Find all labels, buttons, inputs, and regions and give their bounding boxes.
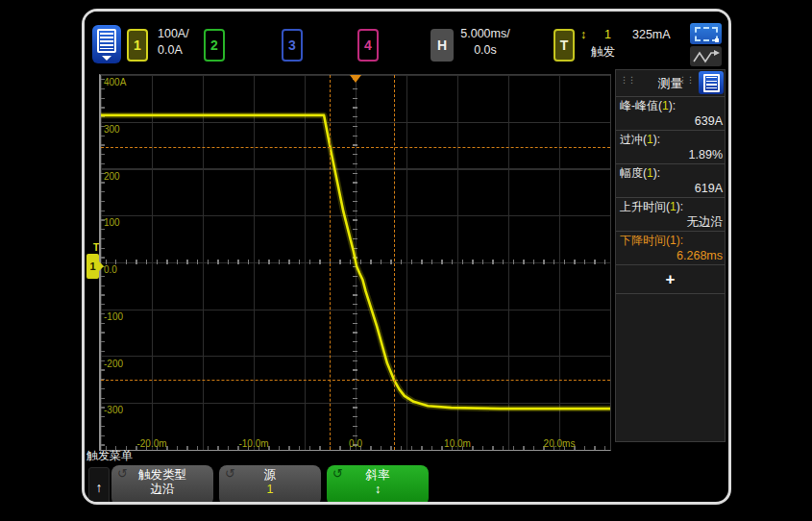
channel-1-trace <box>101 75 610 450</box>
measurement-row-rise-time[interactable]: 上升时间(1): 无边沿 <box>616 198 725 232</box>
waveform-graticule: 400A3002001000.0-100-200-300-20.0m-10.0m… <box>99 74 611 451</box>
paren-close: ): <box>677 200 683 213</box>
menu-list-icon <box>703 74 720 92</box>
measurement-row-amplitude[interactable]: 幅度(1): 619A <box>616 164 725 198</box>
softkey-menu: 触发菜单 ↑ ↺ 触发类型 边沿 ↺ 源 1 ↺ 斜率 ↕ <box>85 446 623 505</box>
measurement-name: 幅度 <box>620 166 643 180</box>
menu-title: 触发菜单 <box>86 448 133 464</box>
y-axis-tick-label: 0.0 <box>104 264 117 275</box>
measurement-row-overshoot[interactable]: 过冲(1): 1.89% <box>616 131 725 164</box>
trigger-label: 触发 <box>591 45 615 60</box>
measurement-channel: 1 <box>662 99 669 112</box>
measurement-menu-button[interactable] <box>699 71 724 94</box>
softkey-value: ↕ <box>327 483 429 497</box>
paren-close: ): <box>653 166 660 180</box>
softkey-slope[interactable]: ↺ 斜率 ↕ <box>327 465 429 505</box>
channel-1-button[interactable]: 1 <box>127 29 148 62</box>
measurement-name: 上升时间 <box>620 200 666 213</box>
y-axis-tick-label: 200 <box>104 171 120 182</box>
zoom-region-button[interactable] <box>690 23 722 44</box>
horizontal-button[interactable]: H <box>431 29 454 62</box>
y-axis-tick-label: 100 <box>104 217 120 228</box>
measurement-channel: 1 <box>670 200 677 213</box>
trigger-level-indicator: T <box>93 242 99 253</box>
main-menu-button[interactable] <box>92 25 121 63</box>
y-axis-tick-label: -200 <box>104 359 123 369</box>
measurement-channel: 1 <box>647 166 653 180</box>
measurement-row-peak-peak[interactable]: 峰-峰值(1): 639A <box>616 97 725 131</box>
paren-close: ): <box>669 99 676 112</box>
measurement-cursor-horizontal[interactable] <box>101 380 610 381</box>
knob-icon: ↺ <box>225 466 235 481</box>
softkey-value: 边沿 <box>111 483 213 497</box>
y-axis-tick-label: 400A <box>104 77 126 87</box>
measurement-channel: 1 <box>670 234 677 247</box>
measurement-name: 过冲 <box>620 133 643 146</box>
dashed-rectangle-icon <box>695 27 718 41</box>
y-axis-tick-label: 300 <box>104 124 120 135</box>
waveform-arrow-icon <box>692 49 721 64</box>
y-axis-tick-label: -300 <box>104 405 123 415</box>
measurement-panel-header[interactable]: ⋮⋮ 测量 ⋮⋮ <box>616 70 725 97</box>
channel-3-button[interactable]: 3 <box>282 29 303 62</box>
trigger-position-marker[interactable] <box>350 75 361 83</box>
knob-icon: ↺ <box>332 466 343 481</box>
measurement-value: 6.268ms <box>620 248 724 263</box>
channel-1-ground-marker[interactable]: 1 <box>86 254 99 279</box>
menu-list-icon <box>97 29 116 53</box>
measurement-cursor-horizontal[interactable] <box>101 147 610 148</box>
paren-close: ): <box>677 234 683 247</box>
measurement-value: 1.89% <box>620 147 724 162</box>
softkey-trigger-type[interactable]: ↺ 触发类型 边沿 <box>111 465 213 505</box>
scope-screen: 1 100A/ 0.0A 2 3 4 H 5.000ms/ 0.0s T ↕ 1… <box>82 9 731 505</box>
channel-4-button[interactable]: 4 <box>357 29 379 62</box>
timebase-readout: 5.000ms/ <box>457 27 513 41</box>
measurement-channel: 1 <box>647 133 653 146</box>
measurement-cursor-vertical[interactable] <box>394 75 395 450</box>
add-measurement-button[interactable]: + <box>616 265 725 294</box>
measurement-name: 下降时间 <box>620 234 666 247</box>
drag-handle-icon[interactable]: ⋮⋮ <box>678 75 694 85</box>
measurement-value: 639A <box>620 113 724 129</box>
paren-close: ): <box>653 133 660 146</box>
channel-1-offset: 0.0A <box>158 43 183 58</box>
trigger-level-readout: 325mA <box>632 28 671 42</box>
delay-readout: 0.0s <box>457 43 513 58</box>
channel-1-scale: 100A/ <box>158 27 189 41</box>
knob-icon: ↺ <box>117 466 128 481</box>
measurement-panel: ⋮⋮ 测量 ⋮⋮ 峰-峰值(1): 639A 过冲(1): 1.89% 幅度(1 <box>615 69 726 442</box>
trigger-slope-icon: ↕ <box>580 28 586 42</box>
softkey-value: 1 <box>219 483 321 497</box>
trigger-source: 1 <box>604 28 611 42</box>
menu-back-button[interactable]: ↑ <box>88 467 110 505</box>
measurement-value: 619A <box>620 181 724 196</box>
measurement-value: 无边沿 <box>620 214 724 230</box>
y-axis-tick-label: -100 <box>104 311 123 322</box>
drag-handle-icon[interactable]: ⋮⋮ <box>620 75 635 85</box>
oscilloscope-screenshot: 1 100A/ 0.0A 2 3 4 H 5.000ms/ 0.0s T ↕ 1… <box>0 0 812 521</box>
channel-2-button[interactable]: 2 <box>204 29 225 62</box>
measurement-cursor-vertical[interactable] <box>330 75 331 450</box>
measurement-row-fall-time[interactable]: 下降时间(1): 6.268ms <box>616 232 725 265</box>
trigger-button[interactable]: T <box>554 29 575 62</box>
chevron-down-icon <box>102 56 111 61</box>
top-status-bar: 1 100A/ 0.0A 2 3 4 H 5.000ms/ 0.0s T ↕ 1… <box>85 12 728 71</box>
measurement-name: 峰-峰值 <box>620 99 658 112</box>
waveform-search-button[interactable] <box>690 46 722 66</box>
softkey-source[interactable]: ↺ 源 1 <box>219 465 321 505</box>
